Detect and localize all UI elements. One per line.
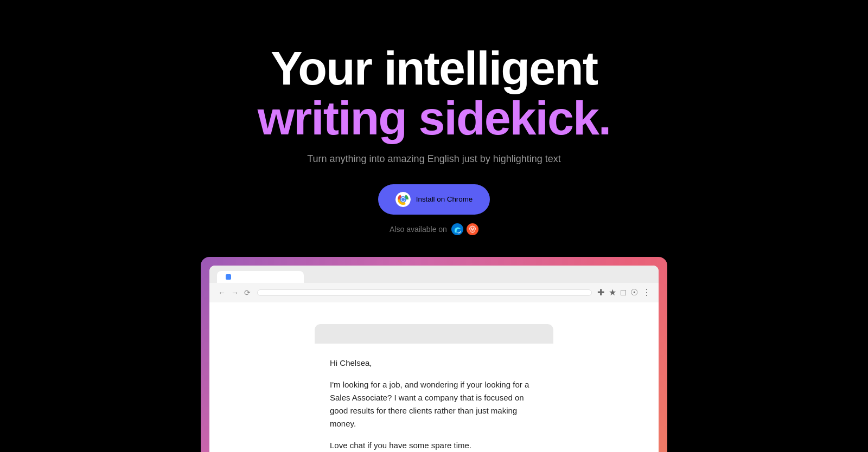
hero-section: Your intelligent writing sidekick. Turn … xyxy=(0,0,868,452)
also-available-text: Also available on xyxy=(390,225,447,234)
reload-button[interactable]: ⟳ xyxy=(243,287,252,298)
email-card-body: Hi Chelsea, I'm looking for a job, and w… xyxy=(315,344,553,452)
browser-icons xyxy=(451,223,478,235)
title-line2: writing sidekick. xyxy=(258,93,611,143)
main-title: Your intelligent writing sidekick. xyxy=(258,43,611,144)
back-button[interactable]: ← xyxy=(217,287,227,298)
chrome-logo-icon xyxy=(395,192,411,207)
browser-toolbar: ← → ⟳ ✚ ★ □ ☉ ⋮ xyxy=(209,283,659,302)
browser-content: Hi Chelsea, I'm looking for a job, and w… xyxy=(209,302,659,452)
also-available-section: Also available on xyxy=(390,223,478,235)
forward-button[interactable]: → xyxy=(230,287,240,298)
menu-icon[interactable]: ⋮ xyxy=(642,287,651,298)
subtitle: Turn anything into amazing English just … xyxy=(307,153,561,165)
email-greeting: Hi Chelsea, xyxy=(330,357,538,370)
browser-mockup: ← → ⟳ ✚ ★ □ ☉ ⋮ Hi Chelsea, xyxy=(201,257,667,452)
install-on-chrome-button[interactable]: Install on Chrome xyxy=(378,184,490,215)
brave-icon xyxy=(467,223,478,235)
email-paragraph2: Love chat if you have some spare time. xyxy=(330,439,538,452)
edge-icon xyxy=(451,223,463,235)
nav-buttons: ← → ⟳ xyxy=(217,287,252,298)
tab-favicon xyxy=(226,274,231,280)
email-paragraph1: I'm looking for a job, and wondering if … xyxy=(330,378,538,430)
extensions-icon[interactable]: ✚ xyxy=(597,287,604,298)
account-icon[interactable]: ☉ xyxy=(630,287,638,298)
bookmark-icon[interactable]: ★ xyxy=(609,287,616,298)
browser-tab xyxy=(217,271,304,283)
email-card: Hi Chelsea, I'm looking for a job, and w… xyxy=(315,324,553,452)
toolbar-actions: ✚ ★ □ ☉ ⋮ xyxy=(597,287,651,298)
install-button-text: Install on Chrome xyxy=(416,195,473,203)
address-bar[interactable] xyxy=(257,289,592,296)
svg-point-4 xyxy=(401,198,405,201)
title-line1: Your intelligent xyxy=(258,43,611,93)
browser-window: ← → ⟳ ✚ ★ □ ☉ ⋮ Hi Chelsea, xyxy=(209,266,659,452)
split-screen-icon[interactable]: □ xyxy=(621,288,626,298)
browser-titlebar xyxy=(209,266,659,283)
email-card-header xyxy=(315,324,553,344)
